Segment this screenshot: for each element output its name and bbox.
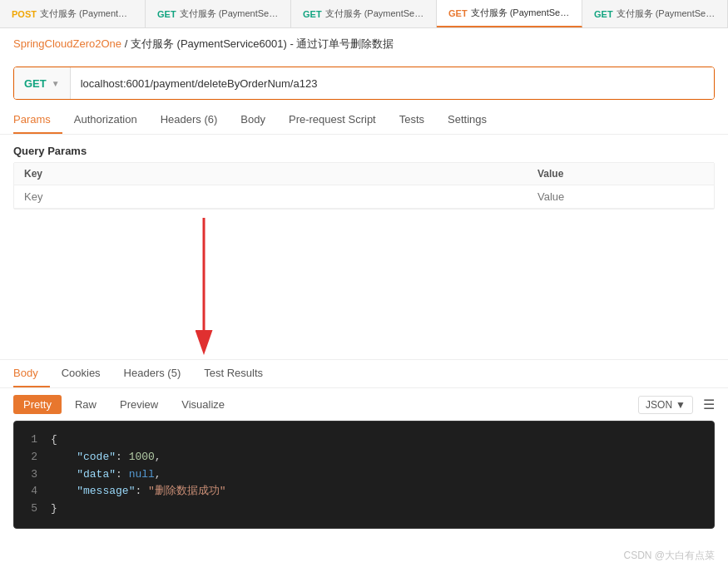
tab-method-get-1: GET <box>157 9 176 19</box>
query-params-label: Query Params <box>0 135 728 162</box>
method-select[interactable]: GET ▼ <box>14 67 71 99</box>
url-input[interactable] <box>71 67 714 99</box>
code-line-1: 1 { <box>24 432 704 449</box>
tab-method-get-4: GET <box>594 9 613 19</box>
tab-get-payment-active[interactable]: GET 支付服务 (PaymentServic... <box>437 0 582 27</box>
req-tab-settings[interactable]: Settings <box>436 106 498 134</box>
format-type-select[interactable]: JSON ▼ <box>638 396 693 414</box>
format-visualize[interactable]: Visualize <box>171 395 235 414</box>
line-content-2: "code": 1000, <box>51 449 704 466</box>
breadcrumb-page-title: 支付服务 (PaymentService6001) - 通过订单号删除数据 <box>131 37 394 50</box>
res-tab-body[interactable]: Body <box>13 360 50 387</box>
line-content-4: "message": "删除数据成功" <box>51 483 704 501</box>
tab-bar: POST 支付服务 (PaymentServi... GET 支付服务 (Pay… <box>0 0 728 28</box>
req-tab-tests[interactable]: Tests <box>388 106 436 134</box>
method-chevron: ▼ <box>52 79 60 88</box>
line-content-3: "data": null, <box>51 466 704 484</box>
tab-label-3: 支付服务 (PaymentServic... <box>471 7 570 19</box>
code-line-4: 4 "message": "删除数据成功" <box>24 483 704 501</box>
breadcrumb-link[interactable]: SpringCloudZero2One <box>13 37 121 50</box>
req-tab-body[interactable]: Body <box>229 106 277 134</box>
format-raw[interactable]: Raw <box>65 395 106 414</box>
line-content-5: } <box>51 501 704 518</box>
breadcrumb-separator: / <box>125 37 131 50</box>
params-header-key: Key <box>24 168 537 180</box>
tab-post-payment[interactable]: POST 支付服务 (PaymentServi... <box>0 0 146 27</box>
format-icon[interactable]: ☰ <box>703 397 715 412</box>
line-num-2: 2 <box>24 449 37 466</box>
tab-method-get-active: GET <box>448 8 468 18</box>
code-line-2: 2 "code": 1000, <box>24 449 704 466</box>
format-type-label: JSON <box>646 399 672 411</box>
method-label: GET <box>24 77 47 90</box>
arrow-annotation <box>0 210 728 359</box>
watermark: CSDN @大白有点菜 <box>0 542 728 566</box>
format-preview[interactable]: Preview <box>110 395 168 414</box>
response-section: Body Cookies Headers (5) Test Results Pr… <box>0 359 728 529</box>
req-tab-authorization[interactable]: Authorization <box>62 106 149 134</box>
code-line-3: 3 "data": null, <box>24 466 704 484</box>
tab-label-0: 支付服务 (PaymentServi... <box>40 7 133 20</box>
tab-method-get-2: GET <box>303 9 322 19</box>
response-tabs: Body Cookies Headers (5) Test Results <box>0 360 728 388</box>
line-content-1: { <box>51 432 704 449</box>
req-tab-params[interactable]: Params <box>13 106 62 134</box>
line-num-3: 3 <box>24 466 37 484</box>
line-num-4: 4 <box>24 483 37 501</box>
params-header: Key Value <box>14 163 714 185</box>
tab-label-2: 支付服务 (PaymentServic... <box>325 7 424 20</box>
req-tab-headers[interactable]: Headers (6) <box>149 106 230 134</box>
req-tab-prerequest[interactable]: Pre-request Script <box>277 106 388 134</box>
tab-get-payment-1[interactable]: GET 支付服务 (PaymentServic... <box>146 0 291 27</box>
line-num-5: 5 <box>24 501 37 518</box>
params-header-value: Value <box>537 168 704 180</box>
params-value-input[interactable] <box>537 190 704 203</box>
format-type-chevron: ▼ <box>676 399 686 411</box>
tab-label-1: 支付服务 (PaymentServic... <box>180 7 279 20</box>
params-table: Key Value <box>13 162 715 210</box>
breadcrumb: SpringCloudZero2One / 支付服务 (PaymentServi… <box>0 28 728 60</box>
params-key-input[interactable] <box>24 190 537 203</box>
format-pretty[interactable]: Pretty <box>13 395 62 414</box>
url-bar: GET ▼ <box>13 67 715 100</box>
res-tab-headers[interactable]: Headers (5) <box>112 360 193 387</box>
params-row <box>14 185 714 209</box>
code-line-5: 5 } <box>24 501 704 518</box>
tab-get-payment-4[interactable]: GET 支付服务 (PaymentServi... <box>582 0 728 27</box>
tab-label-4: 支付服务 (PaymentServi... <box>617 7 716 20</box>
line-num-1: 1 <box>24 432 37 449</box>
arrow-area <box>0 210 728 359</box>
tab-method-post: POST <box>12 9 37 19</box>
code-block: 1 { 2 "code": 1000, 3 "data": null, 4 "m… <box>13 421 715 529</box>
request-tabs: Params Authorization Headers (6) Body Pr… <box>0 106 728 135</box>
format-bar: Pretty Raw Preview Visualize JSON ▼ ☰ <box>0 388 728 421</box>
res-tab-test-results[interactable]: Test Results <box>192 360 275 387</box>
tab-get-payment-2[interactable]: GET 支付服务 (PaymentServic... <box>291 0 437 27</box>
res-tab-cookies[interactable]: Cookies <box>50 360 112 387</box>
